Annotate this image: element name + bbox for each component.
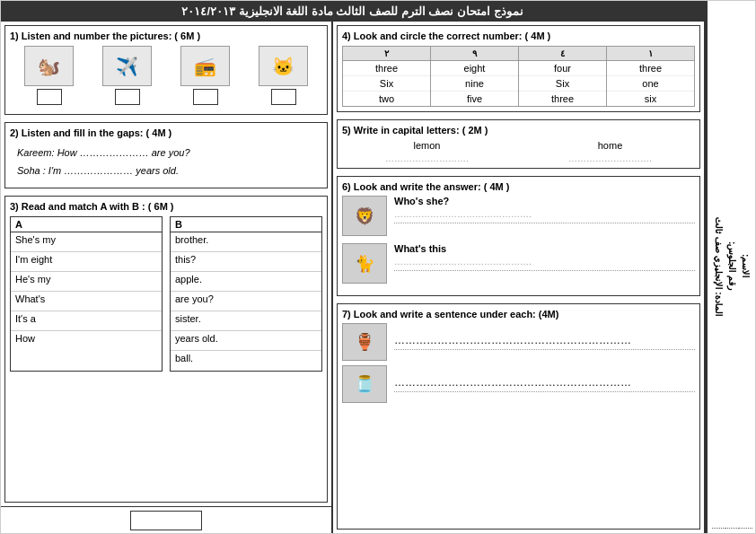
num-cell-3-2: Six — [519, 76, 606, 92]
num-cell-3-3: three — [519, 92, 606, 106]
sidebar-seat-label: رقم الجلوس: — [725, 5, 739, 529]
section-1: 1) Listen and number the pictures: ( 6M … — [4, 25, 328, 115]
dots-lemon: ………………………. — [385, 153, 469, 163]
num-cell-2-1: eight — [431, 61, 518, 76]
section-2-title: 2) Listen and fill in the gaps: ( 4M ) — [10, 127, 322, 138]
capital-word-lemon: lemon — [414, 140, 441, 151]
sidebar-name-label: الاسم: — [739, 5, 752, 529]
fill-line1: Kareem: How ………………… are you? — [17, 144, 315, 162]
sentence-image-2: 🫙 — [342, 365, 387, 403]
qa-image-cat: 🐈 — [342, 243, 387, 284]
num-cell-4-3: six — [607, 92, 694, 106]
qa-item-1: 🦁 Who's she? ………………………………………. — [342, 196, 695, 236]
qa-answer-line-2: ………………………………………. — [394, 257, 695, 271]
answer-box-1[interactable] — [37, 89, 62, 105]
match-b-item-6: years old. — [171, 331, 321, 351]
qa-content-1: Who's she? ………………………………………. — [394, 196, 695, 223]
section-6-title: 6) Look and write the answer: ( 4M ) — [342, 181, 695, 192]
match-b-item-3: apple. — [171, 272, 321, 292]
match-b-item-4: are you? — [171, 292, 321, 311]
section-5: 5) Write in capital letters: ( 2M ) lemo… — [337, 119, 700, 169]
section-7: 7) Look and write a sentence under each:… — [337, 303, 700, 530]
num-col-3: ٤ four Six three — [519, 46, 607, 107]
sidebar-right: الاسم: رقم الجلوس: المادة: الإنجليزي صف … — [706, 1, 755, 533]
qa-item-2: 🐈 What's this ………………………………………. — [342, 243, 695, 284]
sentence-line-2: ………………………………………………………… — [394, 376, 695, 392]
picture-item-3: 📻 — [180, 46, 230, 105]
sentence-line-1: ………………………………………………………… — [394, 334, 695, 350]
match-col-a: A She's my I'm eight He's my What's It's… — [10, 216, 163, 372]
qa-question-2: What's this — [394, 243, 695, 254]
section-5-title: 5) Write in capital letters: ( 2M ) — [342, 125, 695, 136]
section-2: 2) Listen and fill in the gaps: ( 4M ) K… — [4, 122, 328, 188]
section-6: 6) Look and write the answer: ( 4M ) 🦁 W… — [337, 176, 700, 296]
num-cell-3-1: four — [519, 61, 606, 76]
num-col-1-header: ٢ — [343, 47, 430, 61]
num-cell-1-2: Six — [343, 76, 430, 92]
num-cell-4-2: one — [607, 76, 694, 92]
num-col-4: ١ three one six — [607, 46, 695, 107]
dots-home: ………………………. — [568, 153, 652, 163]
match-b-item-5: sister. — [171, 311, 321, 331]
match-b-item-2: this? — [171, 252, 321, 272]
answer-box-2[interactable] — [115, 89, 140, 105]
num-col-1: ٢ three Six two — [342, 46, 431, 107]
section-4-title: 4) Look and circle the correct number: (… — [342, 31, 695, 41]
match-a-item-4: What's — [11, 292, 162, 311]
qa-content-2: What's this ………………………………………. — [394, 243, 695, 271]
footer-answer-box[interactable] — [130, 511, 202, 530]
picture-item-2: ✈️ — [102, 46, 152, 105]
sentence-item-1: 🏺 ………………………………………………………… — [342, 323, 695, 361]
qa-answer-line-1: ………………………………………. — [394, 209, 695, 223]
qa-image-lion: 🦁 — [342, 196, 387, 236]
num-col-2: ٩ eight nine five — [431, 46, 519, 107]
answer-box-3[interactable] — [193, 89, 218, 105]
fill-line2: Soha : I'm ………………… years old. — [17, 162, 315, 180]
match-a-item-6: How — [11, 331, 162, 351]
match-a-item-1: She's my — [11, 232, 162, 252]
match-a-item-2: I'm eight — [11, 252, 162, 272]
num-cell-2-2: nine — [431, 76, 518, 92]
sidebar-teacher-label: المادة: الإنجليزي صف ثالث — [712, 5, 725, 529]
header-title: نموذج امتحان نصف الترم للصف الثالث مادة … — [181, 4, 523, 18]
match-a-item-3: He's my — [11, 272, 162, 292]
capital-word-home: home — [598, 140, 623, 151]
left-column: 1) Listen and number the pictures: ( 6M … — [1, 22, 333, 533]
section-3-title: 3) Read and match A with B : ( 6M ) — [10, 201, 322, 212]
match-col-b-header: B — [171, 217, 321, 232]
qa-question-1: Who's she? — [394, 196, 695, 206]
answer-box-4[interactable] — [271, 89, 296, 105]
num-cell-1-3: two — [343, 92, 430, 106]
picture-squirrel: 🐿️ — [24, 46, 74, 86]
picture-plane: ✈️ — [102, 46, 152, 86]
pictures-row: 🐿️ ✈️ 📻 🐱 — [10, 46, 322, 105]
match-a-item-5: It's a — [11, 311, 162, 331]
section-7-title: 7) Look and write a sentence under each:… — [342, 309, 695, 320]
capital-item-home: home ………………………. — [557, 140, 664, 163]
capital-item-lemon: lemon ………………………. — [374, 140, 481, 163]
match-col-b: B brother. this? apple. are you? sister.… — [170, 216, 322, 372]
match-b-item-7: ball. — [171, 351, 321, 371]
fill-text: Kareem: How ………………… are you? Soha : I'm … — [10, 142, 322, 183]
match-container: A She's my I'm eight He's my What's It's… — [10, 216, 322, 372]
num-cell-4-1: three — [607, 61, 694, 76]
section-1-title: 1) Listen and number the pictures: ( 6M … — [10, 31, 322, 41]
capital-row: lemon ………………………. home ………………………. — [342, 140, 695, 163]
numbers-table: ٢ three Six two ٩ eight nine five ٤ — [342, 46, 695, 107]
picture-item-1: 🐿️ — [24, 46, 74, 105]
num-cell-1-1: three — [343, 61, 430, 76]
num-col-2-header: ٩ — [431, 47, 518, 61]
left-footer — [1, 506, 331, 533]
num-cell-2-3: five — [431, 92, 518, 106]
picture-radio: 📻 — [180, 46, 230, 86]
columns: 1) Listen and number the pictures: ( 6M … — [1, 22, 704, 533]
match-b-item-1: brother. — [171, 232, 321, 252]
picture-cat: 🐱 — [259, 46, 308, 86]
picture-item-4: 🐱 — [259, 46, 308, 105]
header: نموذج امتحان نصف الترم للصف الثالث مادة … — [1, 1, 704, 22]
sentence-image-1: 🏺 — [342, 323, 387, 361]
section-4: 4) Look and circle the correct number: (… — [337, 25, 700, 112]
sentence-item-2: 🫙 ………………………………………………………… — [342, 365, 695, 403]
num-col-3-header: ٤ — [519, 47, 606, 61]
num-col-4-header: ١ — [607, 47, 694, 61]
